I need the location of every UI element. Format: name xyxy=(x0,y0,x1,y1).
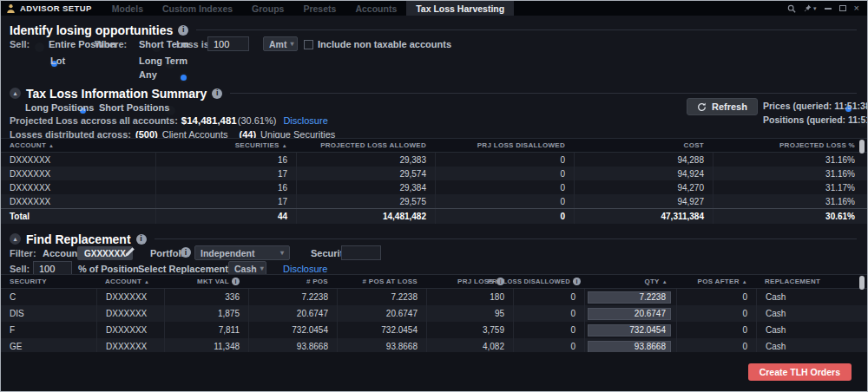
qty-input[interactable] xyxy=(588,341,671,353)
info-icon[interactable]: i xyxy=(181,247,191,258)
table-row[interactable]: C DXXXXXX 336 7.2238 7.2238 180 0 0 Cash xyxy=(1,289,867,305)
search-icon[interactable] xyxy=(787,4,796,13)
create-tlh-orders-button[interactable]: Create TLH Orders xyxy=(748,363,852,381)
portfolio-value: Independent xyxy=(201,248,254,258)
tab-accounts[interactable]: Accounts xyxy=(345,1,406,16)
total-securities: 44 xyxy=(155,209,296,224)
cell-num-pos: 7.2238 xyxy=(248,289,337,305)
divider xyxy=(196,29,857,30)
tab-models[interactable]: Models xyxy=(102,1,153,16)
table-row[interactable]: DXXXXXX 17 29,574 0 94,924 31.16% xyxy=(1,167,867,180)
info-icon[interactable]: i xyxy=(212,88,222,99)
qty-input[interactable] xyxy=(588,308,671,320)
edit-pencil-icon[interactable] xyxy=(124,246,135,258)
scrollbar-thumb[interactable] xyxy=(859,140,865,154)
portfolio-dropdown[interactable]: Independent ▾ xyxy=(194,245,290,260)
cell-loss-allowed: 29,383 xyxy=(296,153,435,167)
table-row[interactable]: DXXXXXX 17 29,575 0 94,927 31.16% xyxy=(1,194,867,208)
col-prj-loss-disallowed[interactable]: PRJ LOSS DISALLOWEDi xyxy=(513,274,584,289)
radio-long-positions-label[interactable]: Long Positions xyxy=(25,102,94,113)
loss-threshold-input[interactable] xyxy=(207,36,249,51)
projected-loss-value: $14,481,481 xyxy=(181,115,237,126)
table-row[interactable]: DXXXXXX 16 29,384 0 94,270 31.17% xyxy=(1,180,867,194)
col-account[interactable]: ACCOUNT▲ xyxy=(96,274,164,289)
info-icon[interactable]: i xyxy=(136,234,147,245)
radio-short-positions-label[interactable]: Short Positions xyxy=(99,102,169,113)
include-non-taxable-label[interactable]: Include non taxable accounts xyxy=(318,39,451,49)
refresh-icon xyxy=(697,102,707,112)
minimize-icon[interactable] xyxy=(825,8,832,10)
radio-any[interactable] xyxy=(179,73,188,82)
col-projected-loss-allowed[interactable]: PROJECTED LOSS ALLOWED xyxy=(296,138,435,153)
table-row[interactable]: DXXXXXX 16 29,383 0 94,288 31.16% xyxy=(1,153,867,167)
cell-replacement: Cash xyxy=(756,338,867,352)
cell-security: C xyxy=(1,289,96,305)
qty-input[interactable] xyxy=(588,291,671,304)
sort-asc-icon: ▲ xyxy=(144,279,149,284)
table-row[interactable]: DIS DXXXXXX 1,875 20.6747 20.6747 95 0 0… xyxy=(1,305,867,322)
projected-loss-label: Projected Loss accross all accounts: xyxy=(10,115,178,126)
app-title: ADVISOR SETUP xyxy=(20,3,92,13)
collapse-icon[interactable]: ▴ xyxy=(10,88,21,99)
col-pos-after[interactable]: POS AFTER▲ xyxy=(676,274,756,289)
qty-input[interactable] xyxy=(588,324,671,336)
cell-num-pos: 93.8668 xyxy=(248,338,337,352)
col-cost[interactable]: COST xyxy=(574,138,713,153)
scrollbar-thumb[interactable] xyxy=(859,276,865,290)
total-loss-disallowed: 0 xyxy=(435,209,574,224)
disclosure-link[interactable]: Disclosure xyxy=(283,115,327,126)
replacement-title: Find Replacement xyxy=(26,232,131,246)
total-loss-allowed: 14,481,482 xyxy=(296,209,435,224)
window-controls: ▾ × xyxy=(787,1,867,16)
radio-any-label[interactable]: Any xyxy=(139,69,157,80)
col-securities[interactable]: SECURITIES▲ xyxy=(155,138,296,153)
col-account[interactable]: ACCOUNT▲ xyxy=(1,138,155,153)
radio-prices-queried-label[interactable]: Prices (queried: 11:51:38) xyxy=(763,101,868,111)
amount-type-dropdown[interactable]: Amt ▾ xyxy=(263,36,298,51)
radio-entire-position[interactable] xyxy=(35,42,44,52)
include-non-taxable-checkbox[interactable] xyxy=(304,40,313,49)
col-mkt-val[interactable]: MKT VALi xyxy=(164,274,248,289)
maximize-icon[interactable] xyxy=(839,5,846,11)
app-brand: ADVISOR SETUP xyxy=(1,1,102,16)
cell-num-pos-at-loss: 93.8668 xyxy=(337,338,426,352)
cell-prj-loss: 3,759 xyxy=(426,322,513,338)
user-icon xyxy=(6,3,16,14)
divider xyxy=(155,238,857,239)
col-security[interactable]: SECURITY xyxy=(1,274,96,289)
col-qty[interactable]: QTY▲ xyxy=(584,274,676,289)
total-label: Total xyxy=(1,209,155,224)
table-row[interactable]: GE DXXXXXX 11,348 93.8668 93.8668 4,082 … xyxy=(1,338,867,352)
replacement-section-header: ▴ Find Replacement i xyxy=(10,232,857,246)
table-row[interactable]: F DXXXXXX 7,811 732.0454 732.0454 3,759 … xyxy=(1,322,867,338)
cell-security: DIS xyxy=(1,305,96,322)
pin-menu[interactable]: ▾ xyxy=(804,4,817,12)
col-replacement[interactable]: REPLACEMENT xyxy=(756,274,867,289)
col-prj-loss-disallowed[interactable]: PRJ LOSS DISALLOWED xyxy=(435,138,574,153)
col-num-pos[interactable]: # POS xyxy=(248,274,337,289)
refresh-button[interactable]: Refresh xyxy=(687,98,758,115)
radio-long-term-label[interactable]: Long Term xyxy=(139,56,187,66)
close-icon[interactable]: × xyxy=(854,3,859,13)
col-projected-loss-pct[interactable]: PROJECTED LOSS % xyxy=(713,138,867,153)
cell-loss-disallowed: 0 xyxy=(435,153,574,167)
total-cost: 47,311,384 xyxy=(574,209,713,224)
tab-custom-indexes[interactable]: Custom Indexes xyxy=(153,1,242,16)
tab-presets[interactable]: Presets xyxy=(293,1,345,16)
info-icon[interactable]: i xyxy=(178,25,188,36)
chevron-down-icon: ▾ xyxy=(290,40,293,48)
filter-label: Filter: xyxy=(10,248,36,258)
cell-account: DXXXXXX xyxy=(1,194,155,208)
radio-positions-queried-label[interactable]: Positions (queried: 11:51:38) xyxy=(763,114,868,125)
security-input[interactable] xyxy=(341,245,381,260)
tab-tax-loss-harvesting[interactable]: Tax Loss Harvesting xyxy=(406,1,514,16)
identify-title: Identify losing opportunities xyxy=(10,23,173,37)
collapse-icon[interactable]: ▴ xyxy=(10,233,21,245)
col-num-pos-at-loss[interactable]: # POS AT LOSS xyxy=(337,274,426,289)
cell-account: DXXXXXX xyxy=(1,167,155,180)
disclosure-link[interactable]: Disclosure xyxy=(283,264,327,274)
method-value: Cash xyxy=(234,264,257,274)
radio-lot-label[interactable]: Lot xyxy=(50,56,65,66)
tab-groups[interactable]: Groups xyxy=(242,1,293,16)
cell-loss-disallowed: 0 xyxy=(435,180,574,194)
